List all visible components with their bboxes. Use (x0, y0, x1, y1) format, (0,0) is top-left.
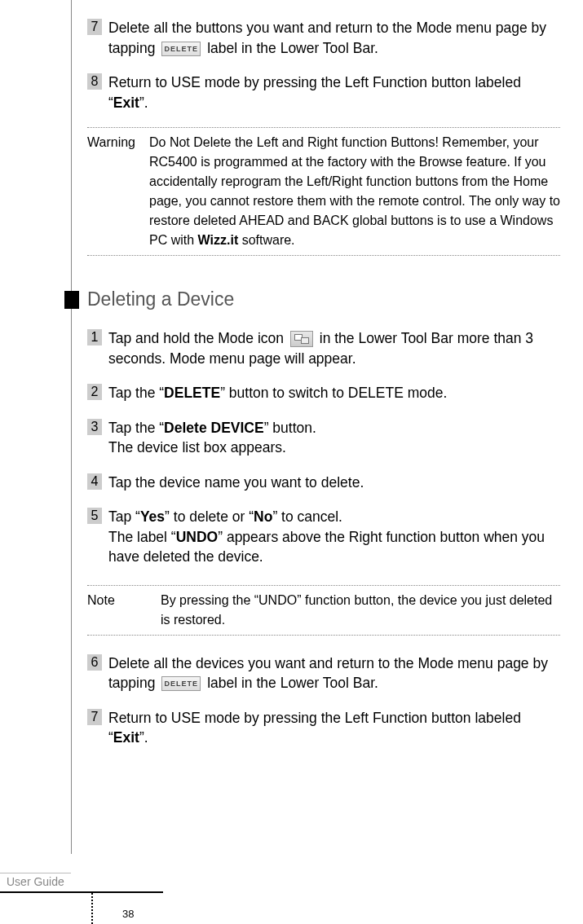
text: Return to USE mode by pressing the Left … (108, 74, 521, 111)
delete-icon: DELETE (161, 42, 201, 56)
heading-text: Deleting a Device (87, 288, 234, 310)
bold-text: Yes (140, 508, 165, 525)
text: ” button to switch to DELETE mode. (220, 385, 447, 401)
footer-line-black (0, 891, 163, 893)
section-heading: Deleting a Device (87, 288, 560, 310)
text: label in the Lower Tool Bar. (203, 675, 378, 691)
note-label: Note (87, 591, 161, 630)
warning-text: Do Not Delete the Left and Right functio… (149, 133, 560, 250)
step-number: 8 (87, 73, 102, 90)
text: Tap “ (108, 508, 140, 525)
warning-label: Warning (87, 133, 149, 250)
text: ”. (139, 729, 148, 746)
step-3: 3 Tap the “Delete DEVICE” button. The de… (87, 418, 560, 458)
text: ” to cancel. (272, 508, 342, 525)
user-guide-label: User Guide (7, 875, 64, 888)
text: The device list box appears. (108, 439, 286, 455)
step-4: 4 Tap the device name you want to delete… (87, 473, 560, 493)
step-text: Tap the “Delete DEVICE” button. The devi… (108, 418, 560, 458)
text: Tap the “ (108, 385, 164, 401)
footer-line-gray (0, 873, 71, 873)
text: Tap the “ (108, 420, 164, 436)
step-6: 6 Delete all the devices you want and re… (87, 653, 560, 693)
text: ” to delete or “ (165, 508, 254, 525)
note-block: Note By pressing the “UNDO” function but… (87, 585, 560, 636)
text: soft­ware. (238, 233, 294, 247)
step-number: 4 (87, 473, 102, 490)
text: label in the Lower Tool Bar. (203, 40, 378, 56)
step-number: 7 (87, 709, 102, 725)
delete-icon: DELETE (161, 676, 201, 691)
step-7b: 7 Return to USE mode by pressing the Lef… (87, 708, 560, 748)
step-7a: 7 Delete all the buttons you want and re… (87, 18, 560, 58)
step-number: 5 (87, 508, 102, 524)
bold-text: No (254, 508, 272, 525)
step-5: 5 Tap “Yes” to delete or “No” to cancel.… (87, 507, 560, 567)
bold-text: UNDO (176, 529, 219, 545)
text: The label “ (108, 529, 176, 545)
text: ”. (139, 95, 148, 111)
step-number: 6 (87, 654, 102, 671)
step-text: Delete all the devices you want and retu… (108, 653, 560, 693)
step-1: 1 Tap and hold the Mode icon in the Lowe… (87, 328, 560, 368)
mode-icon (290, 331, 313, 347)
step-number: 2 (87, 384, 102, 400)
bold-text: DELETE (164, 385, 220, 401)
page-content: 7 Delete all the buttons you want and re… (71, 18, 560, 763)
bold-text: Delete DEVICE (164, 420, 264, 436)
step-number: 3 (87, 419, 102, 435)
text: Tap and hold the Mode icon (108, 330, 288, 346)
warning-block: Warning Do Not Delete the Left and Right… (87, 127, 560, 256)
step-text: Tap the “DELETE” button to switch to DEL… (108, 383, 560, 403)
step-number: 1 (87, 329, 102, 345)
step-text: Return to USE mode by pressing the Left … (108, 73, 560, 112)
text: Do Not Delete the Left and Right functio… (149, 135, 560, 247)
section-marker-icon (64, 291, 79, 309)
footer-dotted-line (91, 893, 93, 924)
step-8a: 8 Return to USE mode by pressing the Lef… (87, 73, 560, 112)
page-number: 38 (122, 908, 134, 920)
text: ” button. (264, 420, 316, 436)
bold-text: Exit (113, 95, 139, 111)
step-text: Delete all the buttons you want and retu… (108, 18, 560, 58)
step-number: 7 (87, 19, 102, 35)
bold-text: Wizz.it (198, 233, 239, 247)
step-2: 2 Tap the “DELETE” button to switch to D… (87, 383, 560, 403)
note-text: By pressing the “UNDO” function button, … (161, 591, 560, 630)
step-text: Return to USE mode by pressing the Left … (108, 708, 560, 748)
step-text: Tap and hold the Mode icon in the Lower … (108, 328, 560, 368)
step-text: Tap “Yes” to delete or “No” to cancel. T… (108, 507, 560, 567)
step-text: Tap the device name you want to delete. (108, 473, 560, 493)
bold-text: Exit (113, 729, 139, 746)
text: Return to USE mode by pressing the Left … (108, 710, 521, 746)
